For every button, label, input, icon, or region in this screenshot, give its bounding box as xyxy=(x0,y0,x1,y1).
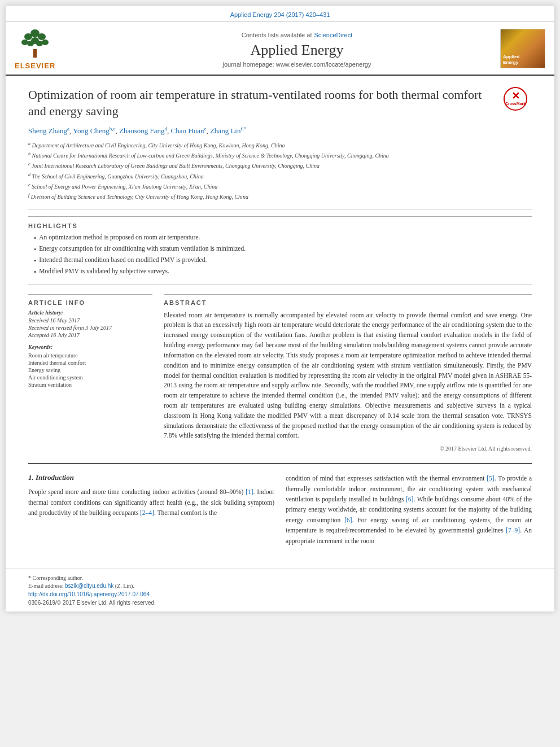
article-body: 1. Introduction People spend more and mo… xyxy=(28,463,532,552)
highlight-2: •Energy consumption for air conditioning… xyxy=(34,245,532,255)
author-3[interactable]: Zhaosong Fang xyxy=(119,127,165,136)
doi-line: http://dx.doi.org/10.1016/j.apenergy.201… xyxy=(28,591,532,597)
keyword-3: Energy saving xyxy=(28,367,152,373)
author-2[interactable]: Yong Cheng xyxy=(73,127,110,136)
article-title-area: Optimization of room air temperature in … xyxy=(28,87,532,119)
svg-point-2 xyxy=(24,33,32,40)
svg-point-3 xyxy=(38,33,46,40)
copyright-notice: © 2017 Elsevier Ltd. All rights reserved… xyxy=(164,445,532,452)
highlight-3: •Intended thermal condition based on mod… xyxy=(34,256,532,266)
elsevier-tree-icon xyxy=(18,27,52,60)
affil-f: f Division of Building Science and Techn… xyxy=(28,192,532,201)
body-right-column: condition of mind that expresses satisfa… xyxy=(286,473,532,552)
highlights-list: •An optimization method is proposed on r… xyxy=(28,234,532,277)
affil-a: a Department of Architecture and Civil E… xyxy=(28,141,532,150)
thermal-word: Thermal xyxy=(157,509,179,516)
issn-line: 0306-2619/© 2017 Elsevier Ltd. All right… xyxy=(28,600,532,606)
corresponding-footnote: * Corresponding author. xyxy=(28,575,532,581)
affil-e: e School of Energy and Power Engineering… xyxy=(28,182,532,191)
author-5[interactable]: Zhang Lin xyxy=(210,127,241,136)
abstract-section: ABSTRACT Elevated room air temperature i… xyxy=(164,294,532,452)
abstract-label: ABSTRACT xyxy=(164,299,532,306)
keywords-label: Keywords: xyxy=(28,344,152,350)
intro-heading: 1. Introduction xyxy=(28,473,274,482)
abstract-text: Elevated room air temperature is normall… xyxy=(164,311,532,442)
highlights-label: HIGHLIGHTS xyxy=(28,222,532,229)
homepage-url[interactable]: www.elsevier.com/locate/apenergy xyxy=(276,61,371,68)
ref-6[interactable]: [6] xyxy=(406,496,413,503)
ref-6b[interactable]: [6] xyxy=(344,517,352,523)
contents-label: Contents lists available at xyxy=(242,32,312,38)
keyword-2: Intended thermal comfort xyxy=(28,360,152,366)
crossmark-icon: ✕ xyxy=(511,91,520,101)
authors-line: Sheng Zhanga, Yong Chengb,c, Zhaosong Fa… xyxy=(28,126,532,136)
keyword-4: Air conditioning system xyxy=(28,374,152,381)
cover-label: AppliedEnergy xyxy=(503,54,519,65)
svg-point-4 xyxy=(21,40,28,45)
contents-available-text: Contents lists available at ScienceDirec… xyxy=(105,29,489,40)
affil-c: c Joint International Research Laborator… xyxy=(28,161,532,170)
highlight-1: •An optimization method is proposed on r… xyxy=(34,234,532,243)
author-1[interactable]: Sheng Zhang xyxy=(28,127,67,136)
crossmark-label: CrossMark xyxy=(505,101,526,106)
history-revised: Received in revised form 3 July 2017 xyxy=(28,325,152,331)
journal-reference-bar: Applied Energy 204 (2017) 420–431 xyxy=(6,6,554,22)
crossmark-badge[interactable]: ✕ CrossMark xyxy=(504,87,532,115)
article-info-label: ARTICLE INFO xyxy=(28,299,152,306)
journal-cover-image: AppliedEnergy xyxy=(500,29,545,68)
affiliations-block: a Department of Architecture and Civil E… xyxy=(28,141,532,210)
email-label: E-mail address: xyxy=(28,583,63,589)
article-info-column: ARTICLE INFO Article history: Received 1… xyxy=(28,294,152,452)
ref-1[interactable]: [1] xyxy=(246,488,253,495)
ref-7-9[interactable]: [7–9] xyxy=(506,527,520,534)
body-left-column: 1. Introduction People spend more and mo… xyxy=(28,473,274,552)
elsevier-logo-area: ELSEVIER xyxy=(15,27,105,70)
highlights-section: HIGHLIGHTS •An optimization method is pr… xyxy=(28,216,532,285)
journal-homepage: journal homepage: www.elsevier.com/locat… xyxy=(105,61,489,68)
intro-paragraph-1: People spend more and more time conducti… xyxy=(28,487,274,518)
email-person: (Z. Lin). xyxy=(115,583,134,589)
crossmark-circle: ✕ CrossMark xyxy=(504,87,527,111)
body-columns: 1. Introduction People spend more and mo… xyxy=(28,473,532,552)
svg-point-8 xyxy=(31,37,39,44)
affil-b: b National Centre for International Rese… xyxy=(28,151,532,160)
ref-5[interactable]: [5] xyxy=(487,475,494,482)
article-footer: * Corresponding author. E-mail address: … xyxy=(6,569,554,611)
highlight-4: •Modified PMV is validated by subjective… xyxy=(34,268,532,277)
journal-title-area: Contents lists available at ScienceDirec… xyxy=(105,29,489,68)
article-content: Optimization of room air temperature in … xyxy=(6,76,554,563)
author-4[interactable]: Chao Huan xyxy=(171,127,204,136)
journal-header: ELSEVIER Contents lists available at Sci… xyxy=(6,22,554,76)
abstract-column: ABSTRACT Elevated room air temperature i… xyxy=(164,294,532,452)
journal-cover-area: AppliedEnergy xyxy=(489,29,545,68)
page: Applied Energy 204 (2017) 420–431 xyxy=(6,6,554,611)
affil-d: d The School of Civil Engineering, Guang… xyxy=(28,172,532,181)
svg-rect-9 xyxy=(33,49,37,58)
journal-title: Applied Energy xyxy=(105,42,489,59)
history-accepted: Accepted 16 July 2017 xyxy=(28,332,152,338)
intro-paragraph-2: condition of mind that expresses satisfa… xyxy=(286,473,532,546)
history-received: Received 16 May 2017 xyxy=(28,317,152,324)
corresponding-label: * Corresponding author. xyxy=(28,575,83,581)
homepage-label: journal homepage: xyxy=(223,61,274,68)
doi-link[interactable]: http://dx.doi.org/10.1016/j.apenergy.201… xyxy=(28,591,150,597)
ref-2-4[interactable]: [2–4] xyxy=(140,509,154,516)
elsevier-brand-text: ELSEVIER xyxy=(15,62,55,70)
info-abstract-columns: ARTICLE INFO Article history: Received 1… xyxy=(28,294,532,452)
article-info-section: ARTICLE INFO Article history: Received 1… xyxy=(28,294,152,388)
keyword-1: Room air temperature xyxy=(28,352,152,359)
history-label: Article history: xyxy=(28,309,152,316)
elsevier-logo: ELSEVIER xyxy=(15,27,55,70)
svg-point-5 xyxy=(42,40,49,45)
article-history: Article history: Received 16 May 2017 Re… xyxy=(28,309,152,338)
email-footnote: E-mail address: bszlk@cityu.edu.hk (Z. L… xyxy=(28,583,532,589)
keyword-5: Stratum ventilation xyxy=(28,382,152,388)
email-address[interactable]: bszlk@cityu.edu.hk xyxy=(65,583,113,589)
sciencedirect-link[interactable]: ScienceDirect xyxy=(314,32,352,38)
journal-ref: Applied Energy 204 (2017) 420–431 xyxy=(230,11,330,18)
article-title-text: Optimization of room air temperature in … xyxy=(28,88,482,118)
keywords-section: Keywords: Room air temperature Intended … xyxy=(28,344,152,388)
